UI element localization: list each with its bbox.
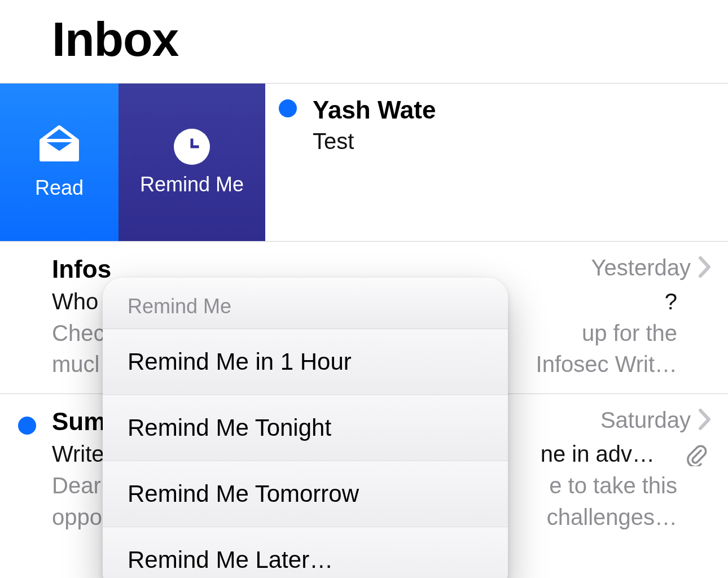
swipe-remind-button[interactable]: Remind Me xyxy=(119,84,265,241)
preview-part: Infosec Writ… xyxy=(536,349,711,380)
message-date: Saturday xyxy=(600,408,691,433)
message-meta: Yesterday xyxy=(591,255,711,281)
message-sender: Yash Wate xyxy=(313,96,436,124)
menu-option-tonight[interactable]: Remind Me Tonight xyxy=(103,395,508,461)
message-row-swiped: Read Remind Me Yash Wate Test xyxy=(0,84,728,242)
subject-part: Who xyxy=(52,289,98,314)
menu-option-1hour[interactable]: Remind Me in 1 Hour xyxy=(103,329,508,395)
message-date: Yesterday xyxy=(591,255,691,281)
subject-part: ? xyxy=(665,289,711,314)
chevron-right-icon xyxy=(699,409,711,432)
swipe-remind-label: Remind Me xyxy=(140,173,244,196)
page-title: Inbox xyxy=(0,0,728,83)
menu-option-tomorrow[interactable]: Remind Me Tomorrow xyxy=(103,461,508,527)
subject-part: Write xyxy=(52,441,104,467)
preview-part: Chec xyxy=(52,318,104,349)
clock-icon xyxy=(174,129,210,165)
remind-me-menu: Remind Me Remind Me in 1 Hour Remind Me … xyxy=(103,278,508,578)
menu-title: Remind Me xyxy=(103,278,508,329)
message-content[interactable]: Yash Wate Test xyxy=(265,84,728,241)
chevron-right-icon xyxy=(699,256,711,280)
envelope-open-icon xyxy=(38,125,81,168)
swipe-read-button[interactable]: Read xyxy=(0,84,119,241)
paperclip-icon xyxy=(685,444,708,468)
preview-part: up for the xyxy=(582,318,711,349)
preview-part: mucl xyxy=(52,349,99,380)
preview-part: Dear xyxy=(52,470,101,501)
message-meta: Saturday xyxy=(600,408,711,433)
menu-option-later[interactable]: Remind Me Later… xyxy=(103,527,508,578)
unread-dot-icon xyxy=(279,99,297,117)
preview-part: e to take this xyxy=(549,470,711,501)
message-subject: Test xyxy=(313,129,436,154)
preview-part: oppo. xyxy=(52,502,108,533)
swipe-read-label: Read xyxy=(35,176,84,200)
preview-part: challenges… xyxy=(547,502,711,533)
